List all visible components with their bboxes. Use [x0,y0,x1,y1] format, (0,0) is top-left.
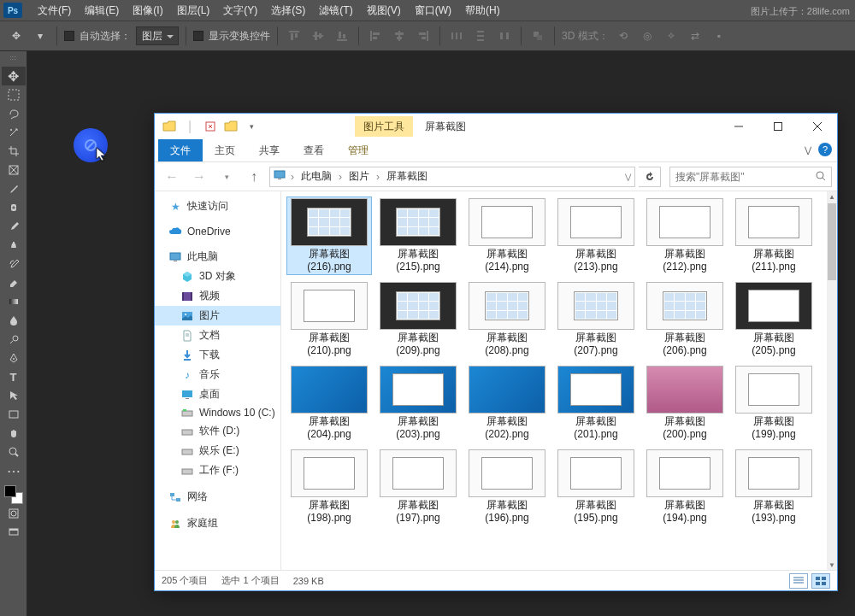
explorer-titlebar[interactable]: | ▾ 图片工具 屏幕截图 [155,114,837,139]
menu-item[interactable]: 图层(L) [170,0,217,21]
crumb-pictures[interactable]: 图片 [347,169,371,184]
file-item[interactable]: 屏幕截图 (194).png [642,448,728,526]
menu-item[interactable]: 选择(S) [264,0,312,21]
blur-tool[interactable] [2,311,26,330]
address-bar[interactable]: › 此电脑 › 图片 › 屏幕截图 ⋁ [269,167,635,187]
magic-wand-tool[interactable] [2,123,26,142]
file-item[interactable]: 屏幕截图 (203).png [375,364,461,443]
menu-item[interactable]: 滤镜(T) [312,0,359,21]
new-folder-icon[interactable] [221,117,240,136]
file-item[interactable]: 屏幕截图 (193).png [731,448,817,526]
search-icon[interactable] [816,169,826,185]
ribbon-collapse-icon[interactable]: ⋁ [805,145,811,155]
align-top-icon[interactable] [285,26,304,45]
search-box[interactable] [669,167,832,187]
file-item[interactable]: 屏幕截图 (213).png [553,197,639,275]
auto-select-dropdown[interactable]: 图层 [136,26,179,45]
nav-c-drive[interactable]: Windows 10 (C:) [155,404,280,421]
tool-preset-dropdown[interactable]: ▾ [31,26,50,45]
thumbnails-view-button[interactable] [811,573,830,589]
rectangle-tool[interactable] [2,405,26,424]
type-tool[interactable]: T [2,367,26,386]
menu-item[interactable]: 编辑(E) [78,0,126,21]
gradient-tool[interactable] [2,292,26,311]
auto-select-checkbox[interactable] [64,31,74,41]
scrollbar-thumb[interactable] [828,203,836,280]
marquee-tool[interactable] [2,85,26,104]
forward-button[interactable]: → [187,167,211,187]
screen-mode-icon[interactable] [2,523,26,542]
file-item[interactable]: 屏幕截图 (209).png [375,280,461,359]
scroll-up-icon[interactable]: ▲ [827,191,837,202]
nav-e-drive[interactable]: 娱乐 (E:) [155,441,280,461]
file-item[interactable]: 屏幕截图 (202).png [464,364,550,443]
crumb-this-pc[interactable]: 此电脑 [299,169,333,184]
clone-stamp-tool[interactable] [2,236,26,255]
zoom-tool[interactable] [2,443,26,461]
dodge-tool[interactable] [2,330,26,349]
auto-align-icon[interactable] [528,26,547,45]
align-hcenter-icon[interactable] [390,26,409,45]
healing-brush-tool[interactable] [2,198,26,217]
toolbar-grip-icon[interactable] [5,56,22,62]
nav-homegroup[interactable]: 家庭组 [155,513,280,533]
file-item[interactable]: 屏幕截图 (205).png [731,280,817,359]
address-dropdown-icon[interactable]: ⋁ [625,173,631,181]
menu-item[interactable]: 视图(V) [360,0,408,21]
file-item[interactable]: 屏幕截图 (211).png [731,197,817,275]
color-swatches[interactable] [4,485,23,504]
3d-roll-icon[interactable]: ◎ [638,26,657,45]
properties-icon[interactable] [201,117,220,136]
maximize-button[interactable] [758,114,798,139]
hand-tool[interactable] [2,424,26,443]
file-item[interactable]: 屏幕截图 (199).png [731,364,817,443]
move-tool[interactable]: ✥ [2,67,26,85]
back-button[interactable]: ← [160,167,184,187]
ribbon-file-tab[interactable]: 文件 [158,139,203,161]
menu-item[interactable]: 文件(F) [31,0,78,21]
file-item[interactable]: 屏幕截图 (207).png [553,280,639,359]
path-selection-tool[interactable] [2,386,26,405]
nav-documents[interactable]: 文档 [155,326,280,345]
crumb-screenshots[interactable]: 屏幕截图 [385,169,429,184]
nav-3d-objects[interactable]: 3D 对象 [155,267,280,286]
lasso-tool[interactable] [2,104,26,123]
chevron-right-icon[interactable]: › [373,171,383,183]
menu-item[interactable]: 文字(Y) [216,0,264,21]
refresh-button[interactable] [639,167,661,187]
ribbon-share-tab[interactable]: 共享 [247,139,292,161]
file-item[interactable]: 屏幕截图 (208).png [464,280,550,359]
align-right-icon[interactable] [414,26,433,45]
distribute-v-icon[interactable] [471,26,490,45]
move-tool-icon[interactable]: ✥ [7,26,26,45]
close-button[interactable] [798,114,837,139]
3d-zoom-icon[interactable]: ▪ [710,26,728,45]
align-left-icon[interactable] [366,26,385,45]
help-icon[interactable]: ? [818,143,832,156]
recent-dropdown[interactable]: ▾ [215,167,239,187]
nav-f-drive[interactable]: 工作 (F:) [155,461,280,480]
up-button[interactable]: ↑ [242,167,266,187]
eraser-tool[interactable] [2,273,26,292]
ribbon-home-tab[interactable]: 主页 [203,139,247,161]
pen-tool[interactable] [2,349,26,367]
nav-desktop[interactable]: 桌面 [155,384,280,404]
file-item[interactable]: 屏幕截图 (204).png [286,364,372,443]
3d-pan-icon[interactable]: ✧ [662,26,681,45]
details-view-button[interactable] [789,573,808,589]
3d-orbit-icon[interactable]: ⟲ [614,26,633,45]
menu-item[interactable]: 帮助(H) [458,0,507,21]
file-item[interactable]: 屏幕截图 (195).png [553,448,639,526]
file-item[interactable]: 屏幕截图 (198).png [286,448,372,526]
nav-downloads[interactable]: 下载 [155,345,280,365]
file-item[interactable]: 屏幕截图 (212).png [642,197,728,275]
brush-tool[interactable] [2,217,26,236]
quick-mask-icon[interactable] [2,504,26,523]
chevron-right-icon[interactable]: › [287,171,298,183]
align-bottom-icon[interactable] [333,26,351,45]
show-transform-checkbox[interactable] [193,31,203,41]
chevron-right-icon[interactable]: › [335,171,345,183]
scroll-down-icon[interactable]: ▼ [827,560,837,570]
file-item[interactable]: 屏幕截图 (201).png [553,364,639,443]
file-item[interactable]: 屏幕截图 (216).png [286,197,372,275]
